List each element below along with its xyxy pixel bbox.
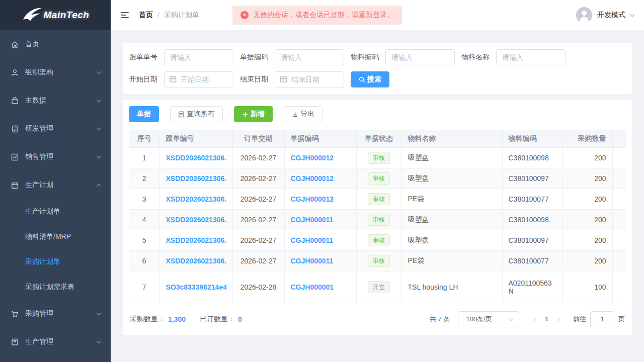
pagination-total: 共 7 条 (430, 315, 450, 324)
table-row[interactable]: 7SO3c833396214e402026-02-28CGJH000001开立T… (129, 271, 626, 303)
table-row[interactable]: 6XSDD2026021306..2026-02-27CGJH000011审核P… (129, 250, 626, 271)
order-no-link[interactable]: XSDD2026021306.. (166, 257, 226, 265)
sidebar-subitem-purchase-plan-demand[interactable]: 采购计划需求表 (0, 275, 111, 300)
doc-no-link[interactable]: CGJH000011 (291, 236, 350, 244)
order-no-link[interactable]: XSDD2026021306.. (166, 216, 226, 224)
package-icon (10, 337, 19, 346)
sidebar-item-home[interactable]: 首页 (0, 30, 111, 58)
order-no-input[interactable] (164, 49, 233, 65)
current-page-button[interactable]: 1 (541, 315, 552, 323)
table-row[interactable]: 5XSDD2026021306..2026-02-27CGJH000011审核吸… (129, 230, 626, 250)
sidebar-item-label: 主数据 (25, 96, 97, 105)
material-code: C380100077 (502, 189, 562, 209)
sidebar-item-purchasing[interactable]: 采购管理 (0, 300, 111, 328)
sidebar-item-label: 生产计划 (25, 180, 97, 190)
sidebar-toggle-icon[interactable] (120, 10, 131, 21)
doc-button[interactable]: 单据 (129, 106, 159, 122)
sidebar-item-production-plan[interactable]: 生产计划 (0, 171, 111, 199)
export-button[interactable]: 导出 (284, 106, 323, 122)
column-header: 采购数量 (562, 130, 612, 147)
doc-no-link[interactable]: CGJH000011 (291, 216, 350, 224)
sidebar-subitem-purchase-plan-order[interactable]: 采购计划单 (0, 249, 111, 275)
column-header: 跟单编号 (159, 130, 232, 147)
delivery-date: 2026-02-27 (232, 230, 284, 250)
page-size-value: 100条/页 (466, 315, 492, 324)
material-code-input[interactable] (385, 49, 455, 65)
empty-cell (612, 230, 626, 250)
material-name: TSL housing LH (401, 271, 502, 303)
sidebar-item-master-data[interactable]: 主数据 (0, 86, 111, 115)
prev-page-button[interactable]: ‹ (528, 315, 541, 323)
order-no-link[interactable]: XSDD2026021306.. (166, 174, 226, 183)
page-size-select[interactable]: 100条/页 (458, 311, 519, 327)
material-name-input[interactable] (496, 49, 566, 65)
goto-page-input[interactable] (590, 311, 614, 327)
material-name: 吸塑盘 (401, 230, 502, 250)
search-button[interactable]: 搜索 (351, 71, 389, 87)
delivery-date: 2026-02-28 (232, 271, 284, 303)
sidebar-item-label: 采购管理 (25, 309, 97, 318)
empty-cell (612, 147, 626, 168)
session-error-alert: ✕ 无效的会话，或者会话已过期，请重新登录。 (232, 6, 402, 25)
row-index: 1 (129, 147, 159, 168)
table-panel: 单据 查询所有 新增 导出 (123, 100, 632, 335)
status-badge: 开立 (368, 281, 390, 293)
table-row[interactable]: 4XSDD2026021306..2026-02-27CGJH000011审核吸… (129, 209, 626, 230)
chevron-down-icon (509, 316, 514, 321)
chart-icon (10, 152, 19, 161)
list-icon (178, 111, 185, 118)
table-header-row: 序号跟单编号订单交期单据编码单据状态物料名称物料编码采购数量 (129, 130, 626, 147)
sidebar-item-organization[interactable]: 组织架构 (0, 58, 111, 86)
table-cell: 开立 (356, 271, 401, 303)
table-row[interactable]: 1XSDD2026021306..2026-02-27CGJH000012审核吸… (129, 147, 626, 168)
doc-code-input[interactable] (275, 49, 344, 65)
order-no-link[interactable]: XSDD2026021306.. (166, 236, 226, 244)
document-icon (10, 124, 19, 133)
breadcrumb-home[interactable]: 首页 (139, 11, 153, 20)
filter-panel: 跟单单号 单据编码 物料编码 物料名称 (123, 43, 632, 94)
next-page-button[interactable]: › (552, 315, 565, 323)
table-row[interactable]: 2XSDD2026021306..2026-02-27CGJH000012审核吸… (129, 168, 626, 189)
doc-no-link[interactable]: CGJH000001 (291, 283, 350, 291)
table-cell: XSDD2026021306.. (159, 209, 232, 230)
chevron-up-icon (97, 184, 102, 189)
doc-no-link[interactable]: CGJH000012 (291, 174, 350, 183)
table-cell: CGJH000011 (284, 250, 356, 271)
order-no-link[interactable]: SO3c833396214e40 (166, 283, 226, 291)
breadcrumb: 首页 / 采购计划单 (139, 11, 199, 20)
doc-no-link[interactable]: CGJH000011 (291, 257, 350, 265)
purchase-qty: 100 (562, 271, 612, 303)
sidebar-item-label: 首页 (25, 40, 101, 49)
sidebar-item-label: 销售管理 (25, 152, 97, 161)
sidebar-item-manufacturing[interactable]: 生产管理 (0, 328, 111, 356)
query-all-button[interactable]: 查询所有 (170, 106, 223, 122)
doc-no-link[interactable]: CGJH000012 (291, 195, 350, 203)
chevron-down-icon (630, 12, 635, 17)
sidebar-subitem-bom-mrp[interactable]: 物料清单/MRP (0, 224, 111, 249)
add-button-label: 新增 (251, 110, 265, 119)
sidebar-item-sales[interactable]: 销售管理 (0, 143, 111, 171)
order-no-link[interactable]: XSDD2026021306.. (166, 195, 226, 203)
purchase-qty: 200 (562, 250, 612, 271)
chevron-down-icon (97, 311, 102, 316)
sidebar: MainTech 首页 组织架构 主数据 (0, 0, 111, 362)
sidebar-item-label: 生产管理 (25, 337, 97, 346)
empty-cell (612, 168, 626, 189)
bag-icon (10, 96, 19, 105)
table-body: 1XSDD2026021306..2026-02-27CGJH000012审核吸… (129, 147, 626, 303)
sidebar-subitem-production-plan-order[interactable]: 生产计划单 (0, 199, 111, 224)
table-cell: XSDD2026021306.. (159, 250, 232, 271)
sidebar-item-rnd[interactable]: 研发管理 (0, 115, 111, 143)
doc-no-link[interactable]: CGJH000012 (291, 154, 350, 162)
table-cell: 审核 (356, 168, 401, 189)
column-header: 物料编码 (502, 130, 562, 147)
table-row[interactable]: 3XSDD2026021306..2026-02-27CGJH000012审核P… (129, 189, 626, 209)
material-name: 吸塑盘 (401, 147, 502, 168)
purchase-qty: 200 (562, 168, 612, 189)
cart-icon (10, 309, 19, 318)
user-menu[interactable]: 开发模式 (576, 7, 634, 23)
delivery-date: 2026-02-27 (232, 189, 284, 209)
add-button[interactable]: 新增 (234, 106, 273, 122)
ordered-qty-summary: 已订数量： 0 (200, 315, 242, 324)
order-no-link[interactable]: XSDD2026021306.. (166, 154, 226, 162)
